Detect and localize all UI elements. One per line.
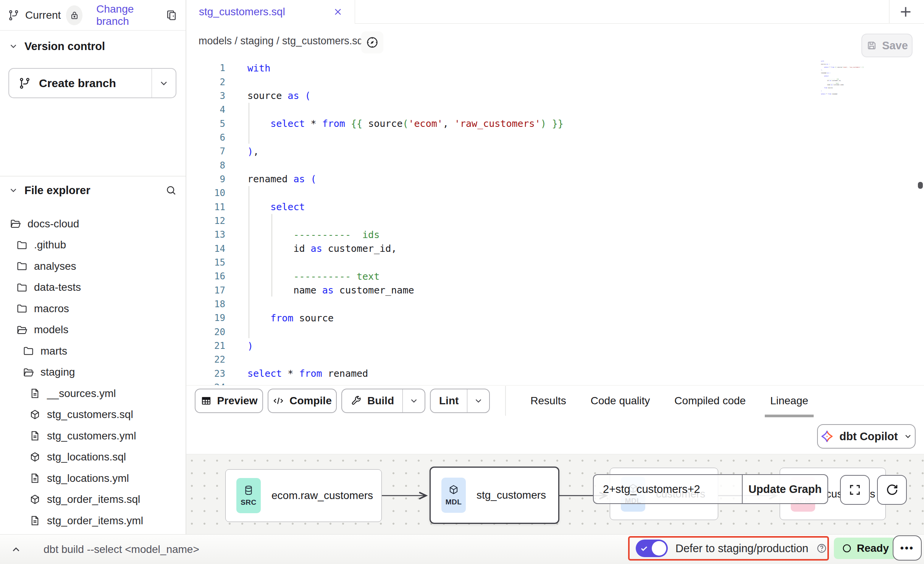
code-line-24[interactable]: 24 — [186, 381, 924, 385]
search-icon[interactable] — [165, 184, 177, 196]
preview-label: Preview — [217, 395, 258, 407]
line-number: 6 — [186, 132, 225, 143]
folder-icon — [16, 282, 28, 293]
code-line-6[interactable]: 6 — [186, 131, 924, 144]
line-number: 2 — [186, 77, 225, 88]
code-line-8[interactable]: 8 — [186, 158, 924, 172]
code-line-2[interactable]: 2 — [186, 75, 924, 89]
editor-scrollbar-thumb[interactable] — [918, 182, 923, 189]
code-line-16[interactable]: 16 ---------- text — [186, 269, 924, 283]
toggle-knob — [652, 541, 666, 556]
command-input[interactable]: dbt build --select <model_name> — [44, 543, 199, 556]
file-explorer-header[interactable]: File explorer — [0, 180, 186, 201]
tab-stg-customers-sql[interactable]: stg_customers.sql — [186, 0, 355, 24]
build-button[interactable]: Build — [342, 389, 402, 412]
code-line-3[interactable]: 3source as ( — [186, 89, 924, 103]
line-content: source as ( — [225, 90, 311, 101]
code-line-22[interactable]: 22 — [186, 353, 924, 366]
code-line-5[interactable]: 5 select * from {{ source('ecom', 'raw_c… — [186, 117, 924, 130]
tab-compiled-code[interactable]: Compiled code — [674, 395, 746, 407]
file-item-stg_customers.yml[interactable]: stg_customers.yml — [0, 425, 186, 447]
sidebar-divider — [186, 0, 186, 534]
line-number: 16 — [186, 271, 225, 282]
code-line-7[interactable]: 7), — [186, 144, 924, 158]
code-line-15[interactable]: 15 — [186, 256, 924, 269]
expand-icon — [848, 483, 862, 497]
file-item-stg_locations.yml[interactable]: stg_locations.yml — [0, 468, 186, 489]
tab-code-quality[interactable]: Code quality — [591, 395, 650, 407]
compile-button[interactable]: Compile — [268, 389, 337, 413]
line-content: ) — [225, 340, 253, 352]
code-line-21[interactable]: 21) — [186, 339, 924, 353]
file-item-stg_order_items.sql[interactable]: stg_order_items.sql — [0, 489, 186, 511]
folder-item-staging[interactable]: staging — [0, 362, 186, 383]
tab-lineage[interactable]: Lineage — [770, 395, 808, 407]
file-item-stg_customers.sql[interactable]: stg_customers.sql — [0, 404, 186, 426]
create-branch-button[interactable]: Create branch — [9, 69, 152, 97]
defer-toggle[interactable] — [636, 540, 668, 557]
tree-item-label: analyses — [34, 260, 76, 272]
code-line-1[interactable]: 1with — [186, 61, 924, 75]
dbt-copilot-logo-icon — [820, 429, 834, 443]
code-line-13[interactable]: 13 ---------- ids — [186, 228, 924, 241]
version-control-header[interactable]: Version control — [0, 37, 186, 56]
editor-minimap[interactable]: withsource as ( select * from {{ source(… — [821, 60, 893, 96]
close-icon[interactable] — [333, 6, 343, 17]
lineage-canvas[interactable]: SRC ecom.raw_customers MDL stg_customers… — [186, 454, 924, 534]
result-tabs: ResultsCode qualityCompiled codeLineage — [530, 395, 808, 407]
code-line-9[interactable]: 9renamed as ( — [186, 172, 924, 186]
lineage-node-stg-customers[interactable]: MDL stg_customers — [430, 467, 559, 524]
folder-item-docs-cloud[interactable]: docs-cloud — [0, 213, 186, 235]
code-line-17[interactable]: 17 name as customer_name — [186, 284, 924, 297]
file-item-__sources.yml[interactable]: __sources.yml — [0, 383, 186, 404]
file-icon — [29, 387, 41, 399]
update-graph-button[interactable]: Update Graph — [742, 474, 828, 504]
dbt-copilot-button[interactable]: dbt Copilot — [817, 424, 916, 449]
more-options-button[interactable]: ••• — [893, 535, 922, 561]
help-icon[interactable] — [816, 543, 827, 554]
code-line-14[interactable]: 14 id as customer_id, — [186, 241, 924, 255]
folder-item-data-tests[interactable]: data-tests — [0, 277, 186, 298]
code-line-20[interactable]: 20 — [186, 325, 924, 339]
model-icon — [29, 451, 41, 463]
lint-dropdown[interactable] — [467, 389, 489, 412]
file-icon — [29, 430, 41, 442]
copilot-compass-icon[interactable] — [361, 31, 383, 53]
new-tab-button[interactable] — [894, 2, 917, 21]
folder-item-macros[interactable]: macros — [0, 298, 186, 319]
code-line-11[interactable]: 11 select — [186, 200, 924, 214]
code-line-4[interactable]: 4 — [186, 103, 924, 117]
file-item-stg_locations.sql[interactable]: stg_locations.sql — [0, 447, 186, 468]
folder-item-analyses[interactable]: analyses — [0, 256, 186, 277]
save-button[interactable]: Save — [861, 34, 913, 57]
line-content: ), — [225, 146, 259, 157]
lint-button[interactable]: Lint — [431, 389, 467, 412]
code-editor[interactable]: 1with23source as (45 select * from {{ so… — [186, 60, 924, 385]
folder-item-.github[interactable]: .github — [0, 235, 186, 256]
code-line-23[interactable]: 23select * from renamed — [186, 367, 924, 381]
code-line-10[interactable]: 10 — [186, 186, 924, 200]
code-line-19[interactable]: 19 from source — [186, 311, 924, 325]
model-icon — [29, 409, 41, 421]
folder-item-marts[interactable]: marts — [0, 340, 186, 362]
line-content: renamed as ( — [225, 173, 317, 185]
line-content: with — [225, 63, 270, 74]
chevron-up-icon[interactable] — [0, 544, 32, 555]
line-number: 18 — [186, 299, 225, 310]
build-dropdown[interactable] — [402, 389, 425, 412]
file-icon — [29, 515, 41, 527]
refresh-button[interactable] — [877, 475, 907, 505]
lineage-node-source[interactable]: SRC ecom.raw_customers — [225, 469, 382, 522]
code-line-12[interactable]: 12 — [186, 214, 924, 228]
create-branch-dropdown[interactable] — [152, 69, 176, 97]
change-branch-link[interactable]: Change branch — [96, 3, 157, 28]
lineage-selector-input[interactable]: 2+stg_customers+2 — [593, 474, 742, 504]
preview-button[interactable]: Preview — [195, 389, 263, 413]
code-line-18[interactable]: 18 — [186, 297, 924, 311]
copy-branch-icon[interactable] — [165, 9, 178, 22]
tab-results[interactable]: Results — [530, 395, 566, 407]
file-item-stg_order_items.yml[interactable]: stg_order_items.yml — [0, 510, 186, 532]
editor-tabbar: stg_customers.sql — [186, 0, 924, 24]
folder-item-models[interactable]: models — [0, 319, 186, 341]
fullscreen-button[interactable] — [840, 475, 870, 505]
